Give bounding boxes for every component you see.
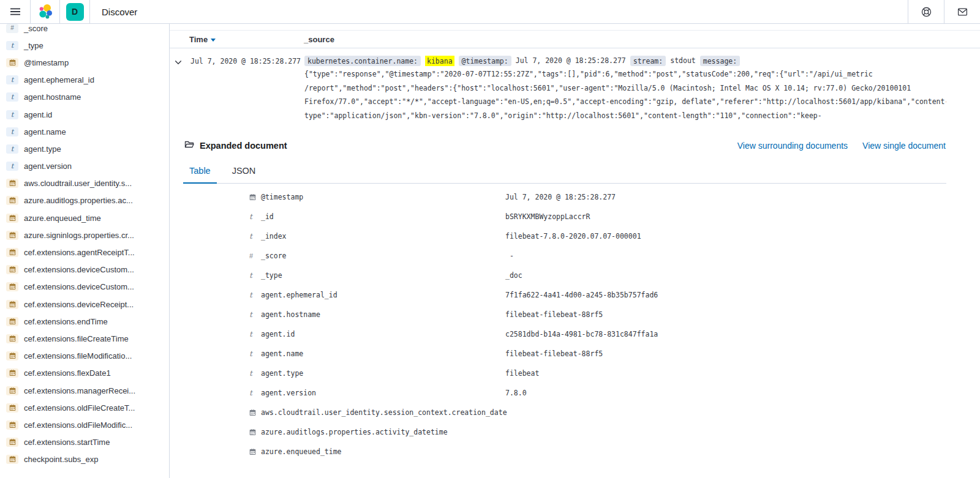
doc-field-value: bSRYKXMBWyzoppLaccrR — [505, 212, 980, 221]
sidebar-field-aws-cloudtrail-user-identity-s[interactable]: aws.cloudtrail.user_identity.s... — [0, 175, 169, 192]
sidebar-field-label: azure.enqueued_time — [24, 214, 101, 223]
sidebar-field-label: cef.extensions.oldFileModific... — [24, 420, 132, 430]
string-type-icon: t — [249, 291, 259, 299]
sidebar-field-agent-hostname[interactable]: tagent.hostname — [0, 89, 169, 106]
string-type-icon: t — [6, 127, 18, 136]
string-type-icon: t — [6, 110, 18, 119]
date-type-icon — [6, 282, 18, 291]
sidebar-field-label: cef.extensions.flexDate1 — [24, 368, 111, 378]
doc-field-value: filebeat — [505, 369, 980, 378]
source-column-header: _source — [304, 35, 980, 44]
document-source-text: {"type":"response","@timestamp":"2020-07… — [304, 67, 946, 81]
date-type-icon — [6, 420, 18, 430]
sidebar-field-timestamp[interactable]: @timestamp — [0, 54, 169, 71]
collapse-row-icon[interactable] — [173, 57, 184, 68]
date-type-icon — [6, 179, 18, 188]
doc-field-row-agent-hostname: tagent.hostnamefilebeat-filebeat-88rf5 — [170, 305, 980, 324]
sidebar-field-label: @timestamp — [24, 58, 69, 67]
tab-table[interactable]: Table — [183, 163, 217, 183]
doc-field-value: filebeat-7.8.0-2020.07.07-000001 — [505, 232, 980, 241]
newsfeed-icon[interactable] — [957, 7, 968, 17]
sidebar-field-label: cef.extensions.fileModificatio... — [24, 351, 132, 360]
doc-field-row-agent-name: tagent.namefilebeat-filebeat-88rf5 — [170, 344, 980, 364]
sidebar-field-agent-ephemeral-id[interactable]: tagent.ephemeral_id — [0, 72, 169, 89]
doc-field-name: _type — [261, 271, 505, 280]
doc-field-name: aws.cloudtrail.user_identity.session_con… — [261, 408, 505, 417]
date-type-icon — [6, 265, 18, 274]
date-type-icon — [6, 386, 18, 395]
source-field-badge: message: — [700, 56, 740, 66]
sidebar-field-cef-extensions-managerrecei[interactable]: cef.extensions.managerRecei... — [0, 382, 169, 399]
sidebar-field-cef-extensions-oldfilecreatet[interactable]: cef.extensions.oldFileCreateT... — [0, 399, 169, 416]
sidebar-field-type[interactable]: t_type — [0, 37, 169, 54]
doc-field-row-azure-auditlogs-properties-activity-datetime: azure.auditlogs.properties.activity_date… — [170, 422, 980, 442]
tab-json[interactable]: JSON — [226, 163, 262, 183]
date-type-icon — [6, 455, 18, 464]
source-value: Jul 7, 2020 @ 18:25:28.277 — [516, 56, 626, 65]
doc-field-value: _doc — [505, 271, 980, 280]
sidebar-field-checkpoint-subs-exp[interactable]: checkpoint.subs_exp — [0, 451, 169, 468]
date-type-icon — [6, 317, 18, 326]
time-column-header[interactable]: Time — [189, 35, 304, 44]
view-surrounding-documents-link[interactable]: View surrounding documents — [737, 141, 848, 151]
sidebar-field-cef-extensions-oldfilemodific[interactable]: cef.extensions.oldFileModific... — [0, 416, 169, 433]
time-column-label: Time — [189, 35, 208, 44]
doc-field-name: agent.version — [261, 389, 505, 397]
doc-field-name: @timestamp — [261, 193, 505, 201]
doc-field-row-id: t_idbSRYKXMBWyzoppLaccrR — [170, 207, 980, 226]
folder-open-icon — [184, 140, 194, 152]
doc-field-name: agent.id — [261, 330, 505, 338]
space-avatar[interactable]: D — [66, 3, 84, 21]
sidebar-field-cef-extensions-devicecustom[interactable]: cef.extensions.deviceCustom... — [0, 278, 169, 296]
doc-field-name: _index — [261, 232, 505, 241]
doc-field-row-score: #_score - — [170, 246, 980, 266]
doc-field-value: Jul 7, 2020 @ 18:25:28.277 — [505, 193, 980, 201]
sidebar-field-agent-version[interactable]: tagent.version — [0, 158, 169, 175]
sidebar-field-cef-extensions-agentreceiptt[interactable]: cef.extensions.agentReceiptT... — [0, 244, 169, 261]
doc-field-name: azure.auditlogs.properties.activity_date… — [261, 428, 505, 436]
sidebar-field-cef-extensions-flexdate1[interactable]: cef.extensions.flexDate1 — [0, 365, 169, 382]
string-type-icon: t — [6, 92, 18, 102]
sidebar-field-label: cef.extensions.agentReceiptT... — [24, 248, 135, 257]
sidebar-field-score[interactable]: #_score — [0, 24, 169, 37]
sidebar-field-label: aws.cloudtrail.user_identity.s... — [24, 179, 132, 188]
document-source: kubernetes.container.name:kibana@timesta… — [304, 54, 980, 122]
sidebar-field-cef-extensions-starttime[interactable]: cef.extensions.startTime — [0, 434, 169, 451]
doc-field-row-timestamp: @timestampJul 7, 2020 @ 18:25:28.277 — [170, 187, 980, 207]
doc-field-name: agent.ephemeral_id — [261, 291, 505, 299]
string-type-icon: t — [249, 350, 259, 357]
sidebar-field-azure-signinlogs-properties-cr[interactable]: azure.signinlogs.properties.cr... — [0, 226, 169, 244]
doc-viewer-table: @timestampJul 7, 2020 @ 18:25:28.277t_id… — [170, 187, 980, 461]
discover-main: Time _source Jul 7, 2020 @ 18:25:28.277 … — [170, 24, 980, 478]
sidebar-field-cef-extensions-devicecustom[interactable]: cef.extensions.deviceCustom... — [0, 261, 169, 278]
string-type-icon: t — [249, 213, 259, 220]
doc-field-row-agent-type: tagent.typefilebeat — [170, 364, 980, 383]
doc-viewer-tabs: TableJSON — [183, 163, 946, 184]
sidebar-field-cef-extensions-devicereceipt[interactable]: cef.extensions.deviceReceipt... — [0, 296, 169, 313]
sidebar-field-label: azure.signinlogs.properties.cr... — [24, 231, 134, 240]
sidebar-field-cef-extensions-filemodificatio[interactable]: cef.extensions.fileModificatio... — [0, 348, 169, 365]
date-type-icon — [249, 429, 259, 436]
sidebar-field-label: cef.extensions.deviceReceipt... — [24, 300, 134, 309]
menu-icon[interactable] — [0, 0, 30, 23]
view-single-document-link[interactable]: View single document — [862, 141, 946, 151]
sidebar-field-agent-type[interactable]: tagent.type — [0, 140, 169, 157]
sidebar-field-agent-id[interactable]: tagent.id — [0, 106, 169, 123]
doc-field-value: - — [505, 252, 980, 260]
sidebar-field-label: cef.extensions.startTime — [24, 438, 110, 447]
sidebar-field-label: cef.extensions.oldFileCreateT... — [24, 403, 135, 413]
string-type-icon: t — [6, 144, 18, 154]
help-icon[interactable] — [921, 7, 932, 17]
date-type-icon — [6, 438, 18, 447]
sidebar-field-cef-extensions-endtime[interactable]: cef.extensions.endTime — [0, 313, 169, 330]
sidebar-field-label: _type — [24, 41, 43, 50]
sidebar-field-agent-name[interactable]: tagent.name — [0, 123, 169, 140]
elastic-logo-icon[interactable] — [31, 0, 59, 23]
date-type-icon — [6, 231, 18, 240]
sidebar-field-cef-extensions-filecreatetime[interactable]: cef.extensions.fileCreateTime — [0, 330, 169, 347]
doc-field-row-agent-ephemeral-id: tagent.ephemeral_id7f1fa622-4a41-4d00-a2… — [170, 285, 980, 305]
doc-field-row-type: t_type_doc — [170, 266, 980, 285]
sidebar-field-azure-enqueued-time[interactable]: azure.enqueued_time — [0, 209, 169, 226]
sidebar-field-azure-auditlogs-properties-ac[interactable]: azure.auditlogs.properties.ac... — [0, 192, 169, 209]
sidebar-field-label: cef.extensions.endTime — [24, 317, 108, 326]
